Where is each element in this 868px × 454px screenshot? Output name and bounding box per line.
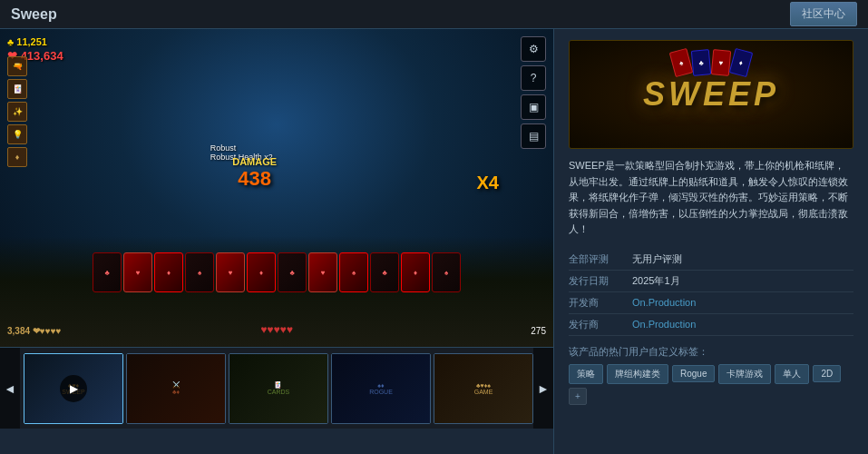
thumbnails-list: ♣♥♦SWEEP ▶ ⚔️♣♦ 🃏CARDS bbox=[20, 353, 533, 424]
thumbnail-4[interactable]: ♠♦ROGUE bbox=[331, 353, 431, 424]
thumb-next-button[interactable]: ► bbox=[533, 348, 553, 429]
info-row-release: 发行日期 2025年1月 bbox=[569, 271, 853, 292]
release-label: 发行日期 bbox=[569, 274, 632, 288]
dev-link[interactable]: On.Production bbox=[632, 297, 696, 308]
play-button[interactable]: ▶ bbox=[60, 375, 87, 402]
icon-settings[interactable]: ⚙ bbox=[521, 36, 546, 62]
bottom-hud-left: 3,384 ❤♥♥♥♥ bbox=[7, 326, 62, 336]
card-4: ♠ bbox=[185, 252, 214, 292]
main-content: ♣ 11,251 ❤ 413,634 🔫 🃏 ✨ 💡 ♦ ⚙ ? ▣ ▤ bbox=[0, 29, 868, 454]
video-area[interactable]: ♣ 11,251 ❤ 413,634 🔫 🃏 ✨ 💡 ♦ ⚙ ? ▣ ▤ bbox=[0, 29, 553, 347]
right-icons: ⚙ ? ▣ ▤ bbox=[521, 36, 546, 149]
card-1: ♣ bbox=[93, 252, 122, 292]
thumb-art-4: ♠♦ROGUE bbox=[332, 354, 430, 423]
thumbnail-1[interactable]: ♣♥♦SWEEP ▶ bbox=[24, 353, 123, 424]
thumbnail-3[interactable]: 🃏CARDS bbox=[229, 353, 328, 424]
card-8: ♥ bbox=[308, 252, 337, 292]
card-3: ♦ bbox=[154, 252, 183, 292]
card-2: ♥ bbox=[123, 252, 152, 292]
review-value: 无用户评测 bbox=[632, 252, 682, 266]
review-label: 全部评测 bbox=[569, 252, 632, 266]
icon-inv2[interactable]: ▤ bbox=[521, 123, 546, 149]
info-row-publisher: 发行商 On.Production bbox=[569, 314, 853, 336]
card-11: ♦ bbox=[401, 252, 430, 292]
bottom-hud-right: 275 bbox=[531, 326, 546, 336]
hearts-hud: ♥♥♥♥♥ bbox=[260, 323, 293, 336]
pub-link[interactable]: On.Production bbox=[632, 319, 696, 330]
damage-display: DAMAGE 438 bbox=[232, 156, 277, 191]
thumbnail-2[interactable]: ⚔️♣♦ bbox=[126, 353, 226, 424]
damage-value: 438 bbox=[232, 167, 277, 191]
item-slots-left: 🔫 🃏 ✨ 💡 ♦ bbox=[7, 56, 27, 167]
thumb-prev-button[interactable]: ◄ bbox=[0, 348, 20, 429]
tags-section: 该产品的热门用户自定义标签： 策略 牌组构建类 Rogue 卡牌游戏 单人 2D… bbox=[569, 345, 853, 405]
dev-label: 开发商 bbox=[569, 296, 632, 310]
card-5: ♥ bbox=[216, 252, 245, 292]
card-10: ♣ bbox=[370, 252, 399, 292]
tag-more-button[interactable]: + bbox=[569, 388, 587, 405]
card-7: ♣ bbox=[278, 252, 307, 292]
card-6: ♦ bbox=[247, 252, 276, 292]
game-logo-text: SWEEP bbox=[643, 75, 779, 114]
release-value: 2025年1月 bbox=[632, 274, 680, 288]
pub-label: 发行商 bbox=[569, 318, 632, 331]
game-description: SWEEP是一款策略型回合制扑克游戏，带上你的机枪和纸牌，从地牢出发。通过纸牌上… bbox=[569, 158, 853, 238]
left-panel: ♣ 11,251 ❤ 413,634 🔫 🃏 ✨ 💡 ♦ ⚙ ? ▣ ▤ bbox=[0, 29, 553, 454]
item-slot-3: ✨ bbox=[7, 102, 27, 122]
tag-singleplayer[interactable]: 单人 bbox=[775, 364, 809, 384]
item-slot-4: 💡 bbox=[7, 124, 27, 144]
item-slot-5: ♦ bbox=[7, 147, 27, 167]
tags-list: 策略 牌组构建类 Rogue 卡牌游戏 单人 2D + bbox=[569, 364, 853, 405]
multiplier: X4 bbox=[477, 173, 499, 193]
app-title: Sweep bbox=[11, 6, 57, 23]
info-row-review: 全部评测 无用户评测 bbox=[569, 249, 853, 271]
thumbnail-5[interactable]: ♣♥♦♠GAME bbox=[434, 353, 533, 424]
item-slot-1: 🔫 bbox=[7, 56, 27, 76]
hud-score: ♣ 11,251 bbox=[7, 36, 63, 47]
thumb-art-2: ⚔️♣♦ bbox=[127, 354, 225, 423]
tag-deckbuilding[interactable]: 牌组构建类 bbox=[607, 364, 668, 384]
icon-inv1[interactable]: ▣ bbox=[521, 94, 546, 120]
thumb-art-3: 🃏CARDS bbox=[229, 354, 327, 423]
cards-area: ♣ ♥ ♦ ♠ ♥ ♦ ♣ ♥ ♠ ♣ ♦ ♠ bbox=[93, 252, 461, 292]
app-header: Sweep 社区中心 bbox=[0, 0, 868, 29]
damage-label: DAMAGE bbox=[232, 156, 277, 167]
game-logo-area: ♠ ♣ ♥ ♦ SWEEP bbox=[569, 40, 853, 149]
tags-label: 该产品的热门用户自定义标签： bbox=[569, 345, 853, 359]
card-12: ♠ bbox=[432, 252, 461, 292]
card-9: ♠ bbox=[339, 252, 368, 292]
tag-2d[interactable]: 2D bbox=[813, 365, 841, 382]
tag-strategy[interactable]: 策略 bbox=[569, 364, 603, 384]
right-panel: ♠ ♣ ♥ ♦ SWEEP SWEEP是一款策略型回合制扑克游戏，带上你的机枪和… bbox=[553, 29, 868, 454]
info-table: 全部评测 无用户评测 发行日期 2025年1月 开发商 On.Productio… bbox=[569, 249, 853, 336]
game-screenshot: ♣ 11,251 ❤ 413,634 🔫 🃏 ✨ 💡 ♦ ⚙ ? ▣ ▤ bbox=[0, 29, 553, 347]
tag-rogue[interactable]: Rogue bbox=[672, 365, 715, 382]
thumb-art-5: ♣♥♦♠GAME bbox=[434, 354, 532, 423]
icon-help[interactable]: ? bbox=[521, 65, 546, 91]
thumbnail-strip: ◄ ♣♥♦SWEEP ▶ ⚔️♣♦ bbox=[0, 347, 553, 429]
info-row-developer: 开发商 On.Production bbox=[569, 292, 853, 314]
community-button[interactable]: 社区中心 bbox=[790, 2, 857, 26]
item-slot-2: 🃏 bbox=[7, 79, 27, 99]
tag-cardgame[interactable]: 卡牌游戏 bbox=[718, 364, 771, 384]
